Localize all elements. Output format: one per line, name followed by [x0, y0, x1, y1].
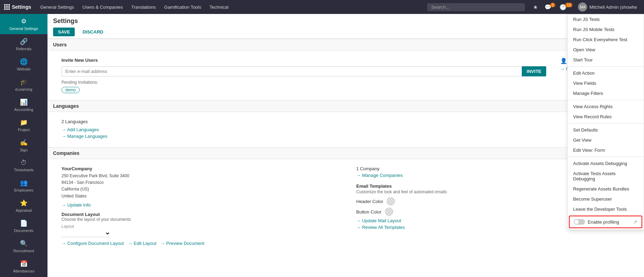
add-languages-link[interactable]: Add Languages: [61, 127, 630, 132]
sidebar-label-general: General Settings: [9, 27, 38, 31]
manage-languages-link[interactable]: Manage Languages: [61, 134, 630, 139]
save-button[interactable]: SAVE: [53, 28, 75, 36]
open-view-item[interactable]: Open View: [568, 45, 644, 55]
nav-users-companies[interactable]: Users & Companies: [79, 3, 126, 11]
svg-rect-6: [4, 8, 6, 10]
view-fields-item[interactable]: View Fields: [568, 78, 644, 88]
company-name: YourCompany: [61, 166, 335, 171]
edit-layout-link[interactable]: Edit Layout: [128, 241, 156, 246]
sidebar-label-employees: Employees: [14, 188, 33, 192]
manage-filters-item[interactable]: Manage Filters: [568, 88, 644, 98]
activity-badge: 13: [565, 3, 572, 7]
companies-grid: YourCompany 250 Executive Park Blvd, Sui…: [61, 166, 630, 246]
become-superuser-item[interactable]: Become Superuser: [568, 194, 644, 204]
button-color-label: Button Color: [356, 209, 381, 215]
sidebar-item-accounting[interactable]: 📊 Accounting: [0, 95, 47, 115]
topbar: Settings General Settings Users & Compan…: [0, 0, 644, 14]
sidebar-item-documents[interactable]: 📄 Documents: [0, 216, 47, 236]
sidebar-item-general[interactable]: ⚙ General Settings: [0, 14, 47, 34]
companies-section-header: Companies: [47, 147, 644, 159]
nav-translations[interactable]: Translations: [128, 3, 159, 11]
svg-rect-8: [8, 8, 10, 10]
project-icon: 📁: [20, 119, 28, 126]
users-section-header: Users: [47, 39, 644, 51]
user-menu-btn[interactable]: MA Mitchell Admin (showhe: [575, 1, 640, 13]
profiling-toggle[interactable]: [574, 219, 585, 225]
layout-select[interactable]: Layout 1: [61, 230, 110, 237]
sidebar-item-attendances[interactable]: 📅 Attendances: [0, 256, 47, 277]
sidebar-item-project[interactable]: 📁 Project: [0, 115, 47, 135]
run-click-everywhere-item[interactable]: Run Click Everywhere Test: [568, 35, 644, 45]
svg-rect-1: [6, 4, 8, 6]
run-js-tests-item[interactable]: Run JS Tests: [568, 14, 644, 24]
leave-developer-tools-item[interactable]: Leave the Developer Tools: [568, 204, 644, 214]
developer-dropdown-menu: Run JS Tests Run JS Mobile Tests Run Cli…: [567, 14, 644, 230]
company-info: YourCompany 250 Executive Park Blvd, Sui…: [61, 166, 335, 246]
external-link-icon[interactable]: ↗: [633, 219, 637, 225]
regenerate-assets-item[interactable]: Regenerate Assets Bundles: [568, 184, 644, 194]
star-icon-btn[interactable]: ★: [530, 2, 540, 12]
languages-section-body: 2 Languages Add Languages Manage Languag…: [47, 112, 644, 147]
sidebar-item-referrals[interactable]: 🔗 Referrals: [0, 34, 47, 54]
view-access-rights-item[interactable]: View Access Rights: [568, 102, 644, 112]
companies-section-body: YourCompany 250 Executive Park Blvd, Sui…: [47, 159, 644, 253]
svg-rect-4: [6, 6, 8, 8]
user-avatar: MA: [578, 2, 587, 12]
sidebar-label-website: Website: [17, 67, 31, 71]
layout-label: Layout: [61, 224, 335, 229]
activate-assets-debug-item[interactable]: Activate Assets Debugging: [568, 158, 644, 169]
set-defaults-item[interactable]: Set Defaults: [568, 125, 644, 135]
people-icon: 👤: [560, 58, 567, 64]
grid-icon: [4, 4, 10, 10]
nav-gamification-tools[interactable]: Gamification Tools: [161, 3, 205, 11]
svg-rect-7: [6, 8, 8, 10]
sidebar-item-sign[interactable]: ✍ Sign: [0, 135, 47, 156]
document-layout-block: Document Layout Choose the layout of you…: [61, 212, 335, 237]
profiling-label: Enable profiling: [588, 219, 630, 225]
search-input[interactable]: [427, 3, 525, 11]
divider-2: [568, 100, 644, 100]
svg-rect-2: [8, 4, 10, 6]
sidebar-item-website[interactable]: 🌐 Website: [0, 54, 47, 75]
sidebar-label-appraisal: Appraisal: [16, 208, 32, 212]
sidebar-item-employees[interactable]: 👥 Employees: [0, 175, 47, 196]
page-header: Settings SAVE DISCARD: [47, 14, 644, 39]
page-title: Settings: [53, 17, 638, 25]
sidebar-label-timesheets: Timesheets: [14, 168, 34, 172]
nav-technical[interactable]: Technical: [206, 3, 232, 11]
content-area: Users Invite New Users INVITE Pending In…: [47, 39, 644, 253]
discard-button[interactable]: DISCARD: [78, 28, 108, 36]
app-logo[interactable]: Settings: [4, 4, 31, 10]
languages-count: 2 Languages: [61, 119, 630, 124]
invite-input-row: INVITE: [61, 66, 546, 76]
users-grid: Invite New Users INVITE Pending Invitati…: [61, 58, 630, 93]
pending-invitations-label: Pending Invitations:: [61, 80, 546, 85]
sidebar-label-recruitment: Recruitment: [13, 249, 34, 253]
main-content: Settings SAVE DISCARD Users Invite New U…: [47, 14, 644, 277]
start-tour-item[interactable]: Start Tour: [568, 55, 644, 65]
header-color-swatch[interactable]: [387, 197, 395, 205]
languages-section-header: Languages: [47, 100, 644, 112]
top-nav: General Settings Users & Companies Trans…: [37, 3, 232, 11]
sidebar: ⚙ General Settings 🔗 Referrals 🌐 Website…: [0, 14, 47, 277]
edit-action-item[interactable]: Edit Action: [568, 68, 644, 78]
view-record-rules-item[interactable]: View Record Rules: [568, 112, 644, 122]
invite-email-input[interactable]: [61, 66, 522, 76]
activate-tests-assets-item[interactable]: Activate Tests Assets Debugging: [568, 169, 644, 184]
sidebar-item-elearning[interactable]: 🎓 eLearning: [0, 75, 47, 95]
edit-view-form-item[interactable]: Edit View: Form: [568, 145, 644, 155]
preview-document-link[interactable]: Preview Document: [160, 241, 204, 246]
sidebar-item-appraisal[interactable]: ⭐ Appraisal: [0, 196, 47, 216]
run-js-mobile-tests-item[interactable]: Run JS Mobile Tests: [568, 24, 644, 35]
svg-rect-5: [8, 6, 10, 8]
button-color-swatch[interactable]: [385, 208, 393, 216]
nav-general-settings[interactable]: General Settings: [37, 3, 78, 11]
update-info-link[interactable]: Update Info: [61, 202, 335, 208]
get-view-item[interactable]: Get View: [568, 135, 644, 145]
company-address: 250 Executive Park Blvd, Suite 3400 9413…: [61, 173, 335, 200]
invite-button[interactable]: INVITE: [522, 66, 546, 76]
sidebar-item-recruitment[interactable]: 🔍 Recruitment: [0, 236, 47, 256]
configure-doc-layout-link[interactable]: Configure Document Layout: [61, 241, 124, 246]
sidebar-item-timesheets[interactable]: ⏱ Timesheets: [0, 156, 47, 175]
demo-tag[interactable]: demo: [61, 87, 80, 93]
